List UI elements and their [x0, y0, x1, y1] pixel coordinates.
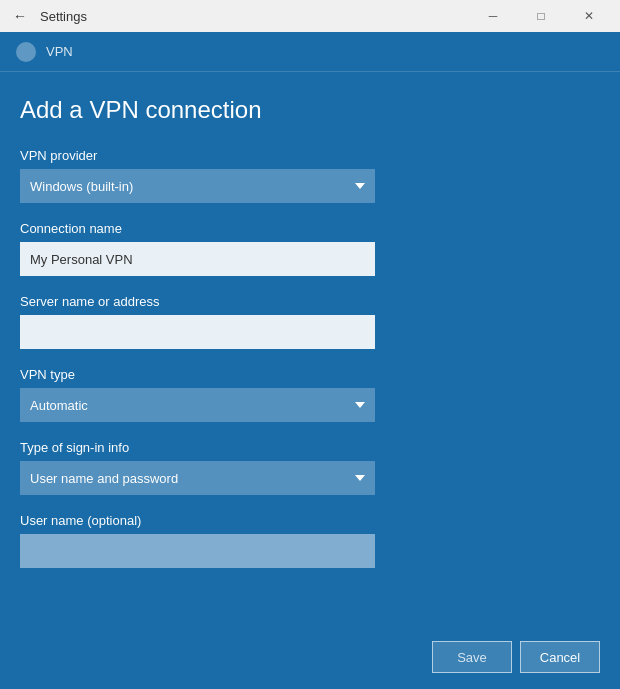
vpn-type-label: VPN type: [20, 367, 600, 382]
save-label: Save: [457, 650, 487, 665]
back-button[interactable]: ←: [8, 4, 32, 28]
vpn-type-group: VPN type Automatic: [20, 367, 600, 422]
vpn-provider-select[interactable]: Windows (built-in): [20, 169, 375, 203]
main-content: Add a VPN connection VPN provider Window…: [0, 72, 620, 629]
sub-header: VPN: [0, 32, 620, 72]
page-title: Add a VPN connection: [20, 96, 600, 124]
title-bar-title: Settings: [40, 9, 87, 24]
title-bar-controls: ─ □ ✕: [470, 0, 612, 32]
server-address-input[interactable]: [20, 315, 375, 349]
sign-in-type-group: Type of sign-in info User name and passw…: [20, 440, 600, 495]
minimize-button[interactable]: ─: [470, 0, 516, 32]
title-bar: ← Settings ─ □ ✕: [0, 0, 620, 32]
username-input[interactable]: [20, 534, 375, 568]
footer: Save Cancel: [0, 629, 620, 689]
vpn-type-select[interactable]: Automatic: [20, 388, 375, 422]
vpn-provider-select-wrapper: Windows (built-in): [20, 169, 375, 203]
vpn-icon: [16, 42, 36, 62]
server-address-group: Server name or address: [20, 294, 600, 349]
save-button[interactable]: Save: [432, 641, 512, 673]
connection-name-group: Connection name: [20, 221, 600, 276]
vpn-type-select-wrapper: Automatic: [20, 388, 375, 422]
sub-header-label: VPN: [46, 44, 73, 59]
close-button[interactable]: ✕: [566, 0, 612, 32]
sign-in-type-select-wrapper: User name and password: [20, 461, 375, 495]
username-group: User name (optional): [20, 513, 600, 568]
connection-name-label: Connection name: [20, 221, 600, 236]
close-icon: ✕: [584, 9, 594, 23]
sign-in-type-label: Type of sign-in info: [20, 440, 600, 455]
back-icon: ←: [13, 8, 27, 24]
vpn-provider-label: VPN provider: [20, 148, 600, 163]
title-bar-left: ← Settings: [8, 4, 87, 28]
cancel-button[interactable]: Cancel: [520, 641, 600, 673]
maximize-icon: □: [537, 9, 544, 23]
server-address-label: Server name or address: [20, 294, 600, 309]
maximize-button[interactable]: □: [518, 0, 564, 32]
vpn-provider-group: VPN provider Windows (built-in): [20, 148, 600, 203]
cancel-label: Cancel: [540, 650, 580, 665]
username-label: User name (optional): [20, 513, 600, 528]
sign-in-type-select[interactable]: User name and password: [20, 461, 375, 495]
minimize-icon: ─: [489, 9, 498, 23]
connection-name-input[interactable]: [20, 242, 375, 276]
